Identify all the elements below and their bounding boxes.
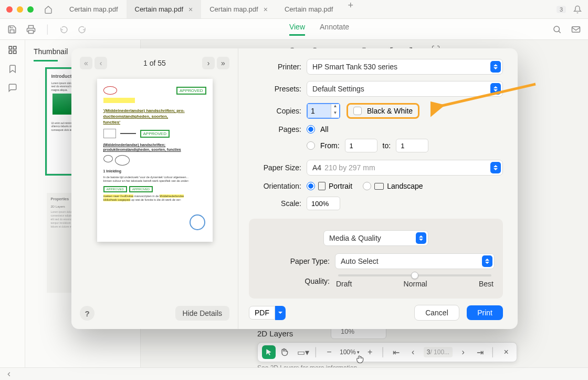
preview-page: APPROVED '(Middelnederlandse) handschrif…	[97, 79, 213, 242]
close-icon[interactable]: ×	[264, 5, 268, 14]
from-input[interactable]	[345, 139, 377, 152]
chevron-updown-icon	[490, 61, 501, 73]
black-white-highlight: Black & White	[346, 103, 419, 119]
print-preview-pane: « ‹ 1 of 55 › » APPROVED '(Middelnederla…	[71, 48, 238, 329]
search-icon[interactable]	[552, 25, 562, 34]
stepper-down[interactable]: ▼	[331, 111, 339, 118]
slider-thumb[interactable]	[411, 272, 418, 279]
hand-tool[interactable]	[280, 348, 292, 356]
print-button[interactable]: Print	[467, 305, 503, 320]
portrait-radio[interactable]	[307, 182, 315, 190]
pdf-dropdown-button[interactable]: PDF	[249, 306, 286, 320]
chevron-updown-icon	[416, 232, 426, 244]
layout-tool[interactable]: ▭▾	[297, 347, 309, 357]
mode-switcher: View Annotate	[289, 23, 349, 36]
svg-rect-2	[9, 46, 12, 49]
last-page-button[interactable]: ⇥	[474, 347, 486, 357]
chevron-updown-icon	[490, 162, 501, 173]
collapse-icon[interactable]	[5, 371, 13, 378]
papertype-label: Paper Type:	[257, 257, 335, 265]
titlebar: Certain map.pdf Certain map.pdf× Certain…	[0, 0, 588, 19]
close-toolbar-button[interactable]: ×	[500, 347, 512, 357]
tab[interactable]: Certain map.pdf	[61, 0, 127, 18]
help-button[interactable]: ?	[80, 306, 94, 321]
presets-label: Presets:	[249, 85, 307, 93]
cancel-button[interactable]: Cancel	[414, 305, 459, 321]
comment-icon[interactable]	[8, 83, 17, 93]
annotate-mode-tab[interactable]: Annotate	[320, 23, 349, 36]
first-page-button[interactable]: ⇤	[390, 347, 403, 357]
svg-rect-1	[572, 26, 580, 32]
print-dialog: « ‹ 1 of 55 › » APPROVED '(Middelnederla…	[71, 48, 518, 329]
zoom-out-button[interactable]: −	[323, 347, 335, 357]
presets-select[interactable]: Default Settings	[307, 81, 503, 97]
save-icon[interactable]	[7, 25, 17, 34]
copies-stepper[interactable]: ▲▼	[307, 103, 340, 119]
media-quality-panel: Media & Quality Paper Type: Auto Select …	[249, 219, 503, 299]
chevron-updown-icon	[482, 255, 492, 267]
thumbnails-icon[interactable]	[8, 45, 17, 55]
window-controls	[6, 6, 34, 13]
svg-point-0	[554, 26, 560, 32]
landscape-icon	[374, 183, 384, 190]
first-preview-button[interactable]: «	[80, 57, 92, 69]
landscape-radio[interactable]	[363, 182, 371, 190]
prev-preview-button[interactable]: ‹	[94, 57, 107, 69]
papertype-select[interactable]: Auto Select	[335, 253, 495, 269]
pages-label: Pages:	[249, 125, 307, 133]
last-preview-button[interactable]: »	[217, 57, 229, 69]
papersize-select[interactable]: A4210 by 297 mm	[307, 160, 503, 176]
pages-all-label: All	[320, 125, 329, 133]
scale-input[interactable]	[307, 197, 340, 210]
quality-best: Best	[479, 280, 494, 288]
notif-badge[interactable]: 3	[556, 6, 566, 13]
preview-page-indicator: 1 of 55	[143, 59, 166, 67]
pages-all-radio[interactable]	[307, 125, 315, 133]
zoom-in-button[interactable]: +	[364, 347, 376, 357]
prev-page-button[interactable]: ‹	[407, 347, 419, 357]
close-icon[interactable]: ×	[188, 5, 193, 14]
to-label: to:	[383, 141, 391, 150]
copies-input[interactable]	[308, 104, 331, 118]
portrait-icon	[318, 182, 326, 190]
black-white-checkbox[interactable]	[353, 107, 362, 115]
papersize-label: Paper Size:	[249, 163, 307, 172]
bookmark-icon[interactable]	[8, 64, 17, 74]
from-label: From:	[320, 141, 340, 150]
main-toolbar: │ View Annotate	[0, 19, 588, 40]
next-page-button[interactable]: ›	[457, 347, 469, 357]
quality-normal: Normal	[404, 280, 427, 288]
print-icon[interactable]	[26, 25, 36, 34]
floating-toolbar: ▭▾ │ − 100% ▾ + │ ⇤ ‹ 3/ 100... › ⇥ │ ×	[257, 342, 517, 362]
quality-label: Quality:	[257, 277, 335, 285]
quality-slider[interactable]	[338, 274, 491, 276]
orientation-label: Orientation:	[249, 182, 307, 190]
chevron-updown-icon	[490, 83, 501, 95]
tab[interactable]: Certain map.pdf×	[201, 0, 276, 18]
mail-icon[interactable]	[571, 25, 581, 34]
select-tool[interactable]	[262, 345, 276, 359]
home-icon[interactable]	[44, 5, 52, 14]
tab-active[interactable]: Certain map.pdf×	[127, 0, 202, 18]
to-input[interactable]	[396, 139, 428, 152]
pages-range-radio[interactable]	[307, 141, 315, 150]
page-field[interactable]: 3/ 100...	[424, 347, 453, 357]
maximize-window[interactable]	[27, 6, 34, 13]
add-tab-button[interactable]: +	[341, 0, 360, 18]
media-quality-select[interactable]: Media & Quality	[323, 230, 428, 246]
scale-label: Scale:	[249, 199, 307, 208]
next-preview-button[interactable]: ›	[202, 57, 215, 69]
redo-icon[interactable]	[78, 25, 86, 34]
bell-icon[interactable]	[573, 5, 582, 14]
quality-draft: Draft	[336, 280, 352, 288]
undo-icon[interactable]	[60, 25, 68, 34]
printer-select[interactable]: HP Smart Tank 530 series	[307, 59, 503, 75]
svg-rect-5	[13, 51, 16, 54]
minimize-window[interactable]	[17, 6, 23, 13]
cursor-icon	[355, 354, 364, 364]
footer	[0, 367, 588, 380]
hide-details-button[interactable]: Hide Details	[175, 306, 229, 321]
view-mode-tab[interactable]: View	[289, 23, 305, 36]
close-window[interactable]	[6, 6, 13, 13]
tab[interactable]: Certain map.pdf	[276, 0, 342, 18]
